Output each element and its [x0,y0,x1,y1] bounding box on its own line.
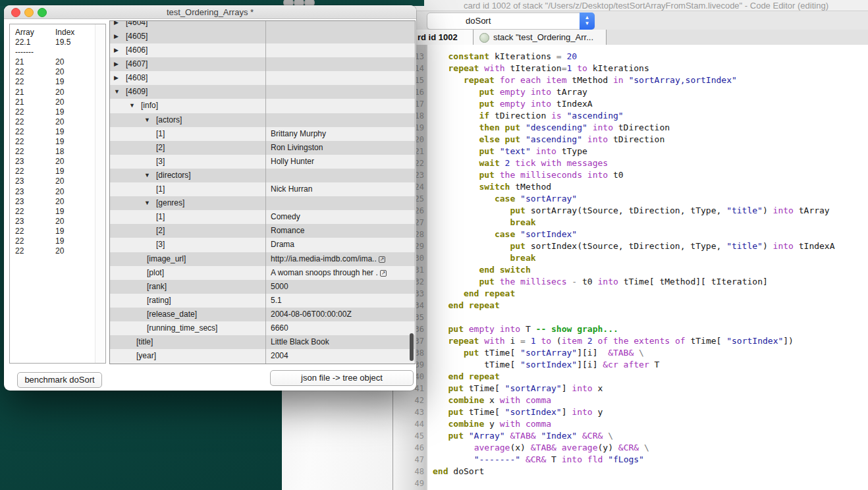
tree-node-label: [info] [141,99,158,113]
code-line: put the millisecs - t0 into tTime[ tMeth… [433,276,835,288]
code-line: put the milliseconds into t0 [433,169,835,181]
zoom-icon[interactable] [38,8,47,17]
code-line: end doSort [433,466,835,477]
tree-node-label: [plot] [147,266,164,280]
expanded-triangle-icon[interactable]: ▼ [144,113,156,127]
field-line: 2320 [15,187,95,197]
tree-node-value: 6660 [271,321,288,335]
tree-row[interactable]: ▶[4605] [110,30,415,43]
window-title: test_Ordering_Arrays * [4,5,416,19]
field-line: 2120 [15,57,95,67]
code-line: repeat with i = 1 to (item 2 of the exte… [433,335,835,347]
tree-row[interactable]: ▶[4606] [110,43,415,57]
tree-row[interactable]: ▼[genres] [110,196,415,210]
code-line: put empty into T -- show graph... [433,323,835,335]
handler-dropdown-value: doSort [466,13,491,29]
tree-node-label: [image_url] [147,252,186,266]
tree-row[interactable]: ▶[4607] [110,57,415,71]
tree-row[interactable]: ▼[4609] [110,85,415,99]
tree-row[interactable]: ▼[actors] [110,113,415,127]
collapsed-triangle-icon[interactable]: ▶ [114,30,126,43]
benchmark-dosort-button[interactable]: benchmark doSort [17,372,102,388]
field-line: 2219 [15,236,95,246]
field-line: 2219 [15,227,95,236]
window-titlebar[interactable]: test_Ordering_Arrays * [4,5,416,19]
tree-row[interactable]: [image_url]http://ia.media-imdb.com/ima.… [110,252,415,266]
line-number: 48 [393,466,424,477]
tree-row[interactable]: [3]Holly Hunter [110,155,415,169]
minimize-icon[interactable] [24,8,34,17]
collapsed-triangle-icon[interactable]: ▶ [114,57,126,71]
code-line: constant kIterations = 20 [433,51,835,63]
code-line [433,477,835,489]
tree-row[interactable]: [1]Brittany Murphy [110,127,415,141]
line-number: 46 [393,442,424,454]
expanded-triangle-icon[interactable]: ▼ [114,85,126,99]
line-number: 45 [393,430,424,442]
field-line: 2320 [15,177,95,186]
dropdown-stepper-icon[interactable]: ▲ ▼ [580,13,595,30]
tree-row[interactable]: [running_time_secs]6660 [110,321,415,335]
line-number: 47 [393,454,424,466]
field-scrollbar-track[interactable] [95,24,105,363]
tree-column-divider[interactable] [265,21,266,364]
tab-stack-script[interactable]: stack "test_Ordering_Arr... [474,30,607,45]
field-line: 2220 [15,117,95,127]
json-to-tree-button[interactable]: json file -> tree object [270,370,414,386]
close-icon[interactable] [11,8,20,17]
field-line: 2220 [15,67,95,77]
tree-row[interactable]: [plot]A woman snoops through her .↗ [110,266,415,280]
tree-row[interactable]: [2]Romance [110,224,415,238]
code-line: end repeat [433,371,835,383]
results-field[interactable]: ArrayIndex22.119.5-------212022202219212… [9,24,106,364]
tree-row[interactable]: [rank]5000 [110,280,415,294]
expanded-triangle-icon[interactable]: ▼ [144,169,156,182]
tree-row[interactable]: [year]2004 [110,349,415,363]
tree-row[interactable]: [1]Comedy [110,210,415,224]
tree-row[interactable]: [2]Ron Livingston [110,141,415,155]
tree-node-label: [3] [156,238,165,252]
tree-row[interactable]: [release_date]2004-08-06T00:00:00Z [110,308,415,321]
test-ordering-arrays-window: test_Ordering_Arrays * ArrayIndex22.119.… [4,5,416,391]
tree-row[interactable]: ▶[4608] [110,71,415,85]
field-line: 2219 [15,137,95,147]
tree-node-label: [rating] [147,294,171,308]
tree-row[interactable]: [title]Little Black Book [110,335,415,349]
collapsed-triangle-icon[interactable]: ▶ [114,43,126,57]
tree-node-value: 2004-08-06T00:00:00Z [271,308,352,321]
expanded-triangle-icon[interactable]: ▼ [129,99,141,113]
code-line: combine y with comma [433,418,835,430]
tree-scrollbar-thumb[interactable] [410,333,414,361]
tree-node-value: http://ia.media-imdb.com/ima..↗ [271,252,385,266]
tree-view[interactable]: ▶[4604]▶[4605]▶[4606]▶[4607]▶[4608]▼[460… [109,20,416,364]
external-link-icon[interactable]: ↗ [379,256,386,263]
code-line: put tTime[ "sortIndex"] into y [433,406,835,418]
tree-node-label: [2] [156,141,165,155]
tree-node-value: Romance [271,224,304,238]
collapsed-triangle-icon[interactable]: ▶ [114,21,126,30]
tree-row[interactable]: [rating]5.1 [110,294,415,308]
expanded-triangle-icon[interactable]: ▼ [144,196,156,210]
code-editor-titlebar[interactable]: card id 1002 of stack "/Users/z/Desktop/… [393,0,868,11]
tree-node-value: Holly Hunter [271,155,314,169]
tree-row[interactable]: [3]Drama [110,238,415,252]
script-editing-area[interactable]: constant kIterations = 20 repeat with tI… [427,45,868,490]
tree-node-label: [4608] [126,71,148,85]
field-line: 2320 [15,197,95,207]
field-line: 22.119.5 [15,38,95,47]
code-line: tTime[ "sortIndex"][i] &cr after T [433,359,835,371]
field-line: 2120 [15,88,95,97]
external-link-icon[interactable]: ↗ [380,270,387,277]
tree-row[interactable]: ▼[info] [110,99,415,113]
tree-row[interactable]: ▼[directors] [110,169,415,182]
collapsed-triangle-icon[interactable]: ▶ [114,71,126,85]
code-line: switch tMethod [433,181,835,193]
handler-dropdown[interactable]: doSort ▲ ▼ [427,13,595,30]
tree-node-label: [4604] [126,21,148,30]
tree-row[interactable]: [1]Nick Hurran [110,182,415,196]
tree-node-label: [genres] [156,196,184,210]
tree-row[interactable]: ▶[4604] [110,21,415,30]
tree-node-value: Ron Livingston [271,141,323,155]
tree-node-label: [2] [156,224,165,238]
tree-node-label: [4606] [126,43,148,57]
